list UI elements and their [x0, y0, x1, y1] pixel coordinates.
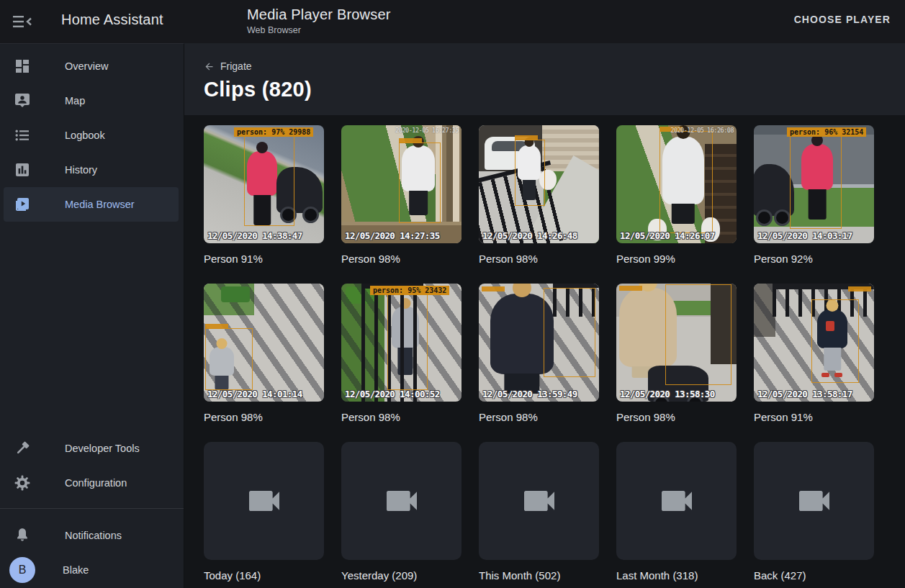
stroller-shape	[754, 164, 794, 216]
folder-card-last-month[interactable]: Last Month (318)	[616, 442, 737, 582]
sidebar-item-developer-tools[interactable]: Developer Tools	[0, 431, 184, 466]
folder-caption: Today (164)	[204, 569, 324, 582]
clip-card[interactable]: person: 96% 32154 12/05/2020 14:03:17 Pe…	[754, 125, 874, 265]
detection-bounding-box	[205, 328, 253, 390]
sidebar-item-label: Map	[65, 95, 85, 107]
clip-card[interactable]: 2020-12-05 16:26:08 12/05/2020 14:26:07 …	[616, 125, 737, 265]
detection-bounding-box	[387, 294, 428, 390]
account-tooltip-icon	[14, 92, 31, 109]
user-name: Blake	[63, 564, 89, 576]
detection-label-small	[482, 286, 505, 291]
clip-thumbnail: person: 95% 23432 12/05/2020 14:00:52	[341, 284, 461, 402]
clip-card[interactable]: person: 97% 29988 12/05/2020 14:38:47 Pe…	[204, 125, 324, 265]
detection-bounding-box	[665, 284, 731, 385]
clip-card[interactable]: person: 95% 23432 12/05/2020 14:00:52 Pe…	[341, 284, 461, 423]
media-browser-header: Frigate Clips (820)	[184, 43, 905, 115]
clip-card[interactable]: 12/05/2020 13:58:30 Person 98%	[616, 284, 737, 423]
clip-timestamp-overlay: 12/05/2020 14:03:17	[757, 230, 852, 241]
folder-card-today[interactable]: Today (164)	[204, 442, 324, 582]
detection-label: person: 96% 32154	[787, 127, 866, 137]
sidebar-item-label: Logbook	[65, 130, 105, 141]
clip-timestamp-overlay: 12/05/2020 14:27:35	[345, 230, 440, 241]
clip-caption: Person 99%	[616, 253, 737, 265]
clip-card[interactable]: 12/05/2020 14:01:14 Person 98%	[204, 284, 324, 423]
detection-label: person: 97% 29988	[234, 127, 313, 137]
detection-bounding-box	[244, 135, 294, 226]
clip-caption: Person 98%	[204, 411, 324, 423]
sidebar-item-label: Overview	[65, 60, 108, 72]
folder-card-yesterday[interactable]: Yesterday (209)	[341, 442, 461, 582]
clip-thumbnail: person: 96% 32154 12/05/2020 14:03:17	[754, 125, 874, 243]
sidebar-item-label: History	[65, 164, 97, 176]
scene-shape	[221, 286, 250, 302]
clip-card[interactable]: 12/05/2020 13:58:17 Person 91%	[754, 284, 874, 423]
dashboard-icon	[14, 58, 31, 75]
sidebar-item-map[interactable]: Map	[0, 83, 184, 118]
folder-thumbnail	[616, 442, 737, 560]
clip-timestamp-overlay: 12/05/2020 14:38:47	[207, 230, 302, 241]
detection-bounding-box	[399, 143, 441, 223]
detection-bounding-box	[515, 140, 545, 206]
clip-thumbnail: 12/05/2020 14:26:48	[479, 125, 599, 243]
clip-thumbnail: 2020-12-05 16:27:35 12/05/2020 14:27:35	[341, 125, 461, 243]
breadcrumb[interactable]: Frigate	[204, 60, 252, 72]
folder-thumbnail	[479, 442, 599, 560]
panel-title: Media Player Browser	[247, 6, 391, 23]
sidebar-item-overview[interactable]: Overview	[0, 49, 184, 83]
camera-timestamp-overlay: 2020-12-05 16:26:08	[670, 127, 734, 134]
play-box-multiple-icon	[14, 196, 31, 213]
clip-timestamp-overlay: 12/05/2020 13:58:17	[757, 389, 852, 399]
clip-caption: Person 98%	[479, 411, 599, 423]
detection-bounding-box	[544, 288, 595, 377]
media-browser-panel: Frigate Clips (820) person: 97% 29988 12…	[184, 43, 905, 588]
clip-timestamp-overlay: 12/05/2020 14:00:52	[345, 389, 440, 399]
sidebar-item-history[interactable]: History	[0, 153, 184, 187]
clip-card[interactable]: 12/05/2020 13:59:49 Person 98%	[479, 284, 599, 423]
folder-card-back[interactable]: Back (427)	[754, 442, 874, 582]
sidebar-item-label: Developer Tools	[65, 443, 140, 454]
clip-caption: Person 98%	[616, 411, 737, 423]
sidebar-item-logbook[interactable]: Logbook	[0, 118, 184, 153]
clip-caption: Person 91%	[204, 253, 324, 265]
media-grid: person: 97% 29988 12/05/2020 14:38:47 Pe…	[204, 115, 905, 582]
sidebar-item-label: Configuration	[65, 477, 127, 489]
app-bar: Home Assistant Media Player Browser Web …	[0, 0, 905, 43]
clip-caption: Person 98%	[341, 411, 461, 423]
clip-timestamp-overlay: 12/05/2020 13:58:30	[620, 389, 715, 399]
sidebar: Overview Map Logbook History Media Brows…	[0, 43, 184, 588]
bar-chart-icon	[14, 161, 31, 178]
avatar: B	[9, 557, 35, 583]
panel-subtitle: Web Browser	[247, 25, 391, 35]
clip-card[interactable]: 12/05/2020 14:26:48 Person 98%	[479, 125, 599, 265]
sidebar-divider	[0, 508, 184, 509]
sidebar-item-notifications[interactable]: Notifications	[0, 518, 184, 553]
clip-caption: Person 98%	[479, 253, 599, 265]
detection-bounding-box	[790, 135, 842, 229]
detection-label-small	[848, 286, 871, 291]
sidebar-item-media-browser[interactable]: Media Browser	[4, 187, 179, 222]
sidebar-item-configuration[interactable]: Configuration	[0, 466, 184, 500]
clip-thumbnail: 12/05/2020 13:58:17	[754, 284, 874, 402]
clip-thumbnail: 12/05/2020 13:58:30	[616, 284, 737, 402]
clip-timestamp-overlay: 12/05/2020 14:01:14	[207, 389, 302, 399]
choose-player-button[interactable]: CHOOSE PLAYER	[794, 14, 891, 25]
sidebar-toggle-icon[interactable]	[12, 12, 33, 32]
panel-title-block: Media Player Browser Web Browser	[247, 6, 391, 35]
clip-caption: Person 92%	[754, 253, 874, 265]
camera-timestamp-overlay: 2020-12-05 16:27:35	[395, 127, 459, 134]
list-icon	[14, 127, 31, 144]
video-camera-icon	[519, 481, 559, 521]
clip-card[interactable]: 2020-12-05 16:27:35 12/05/2020 14:27:35 …	[341, 125, 461, 265]
clip-timestamp-overlay: 12/05/2020 14:26:48	[482, 230, 577, 241]
clip-caption: Person 98%	[341, 253, 461, 265]
folder-caption: Last Month (318)	[616, 569, 737, 582]
sidebar-item-user-profile[interactable]: B Blake	[0, 553, 184, 587]
app-title: Home Assistant	[61, 12, 163, 28]
video-camera-icon	[382, 481, 422, 521]
folder-thumbnail	[341, 442, 461, 560]
folder-caption: This Month (502)	[479, 569, 599, 582]
clip-thumbnail: person: 97% 29988 12/05/2020 14:38:47	[204, 125, 324, 243]
folder-card-this-month[interactable]: This Month (502)	[479, 442, 599, 582]
clip-thumbnail: 12/05/2020 14:01:14	[204, 284, 324, 402]
folder-caption: Back (427)	[754, 569, 874, 582]
